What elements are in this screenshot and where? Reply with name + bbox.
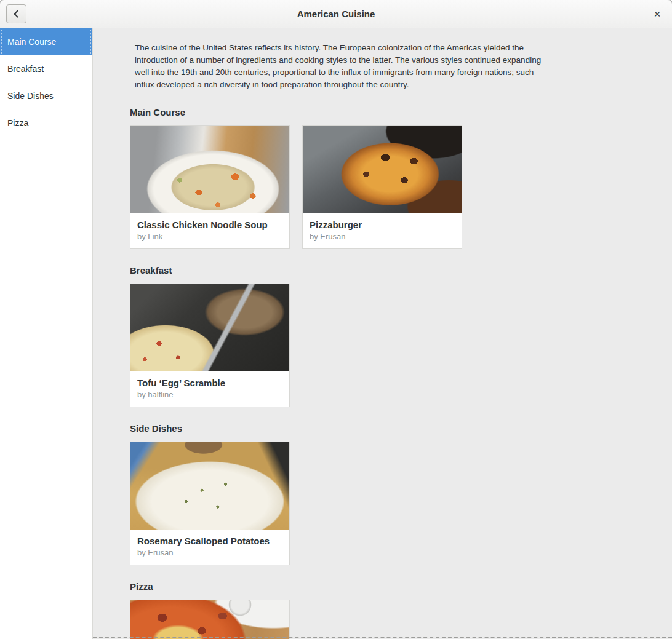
chevron-left-icon <box>14 10 22 18</box>
cuisine-description: The cuisine of the United States reflect… <box>135 42 548 91</box>
recipe-card-pizzaburger[interactable]: Pizzaburger by Erusan <box>302 125 462 249</box>
section-heading-main-course: Main Course <box>130 107 660 118</box>
recipe-card-rosemary-scalloped-potatoes[interactable]: Rosemary Scalloped Potatoes by Erusan <box>130 442 290 565</box>
recipe-title: Tofu ‘Egg’ Scramble <box>137 377 282 389</box>
recipe-author: by Link <box>137 232 282 242</box>
recipes-scroll-area[interactable]: The cuisine of the United States reflect… <box>93 28 672 639</box>
card-text: Pizzaburger by Erusan <box>303 213 462 248</box>
recipe-photo-pizza <box>130 600 289 639</box>
recipe-photo-pizzaburger <box>303 126 462 213</box>
recipe-card-classic-chicken-noodle-soup[interactable]: Classic Chicken Noodle Soup by Link <box>130 125 290 249</box>
back-button[interactable] <box>6 4 26 23</box>
app-window: American Cuisine × Main Course Breakfast… <box>0 0 672 639</box>
section-heading-breakfast: Breakfast <box>130 265 660 276</box>
sidebar-item-breakfast[interactable]: Breakfast <box>0 55 92 82</box>
recipe-title: Classic Chicken Noodle Soup <box>137 219 282 231</box>
section-heading-side-dishes: Side Dishes <box>130 423 660 434</box>
recipe-card-tofu-egg-scramble[interactable]: Tofu ‘Egg’ Scramble by halfline <box>130 284 290 407</box>
category-sidebar: Main Course Breakfast Side Dishes Pizza <box>0 28 93 639</box>
section-heading-pizza: Pizza <box>130 581 660 592</box>
recipe-author: by Erusan <box>310 232 455 242</box>
recipe-photo-rosemary-scalloped-potatoes <box>130 442 289 530</box>
sidebar-item-main-course[interactable]: Main Course <box>0 28 92 55</box>
header-bar: American Cuisine × <box>0 0 672 28</box>
recipe-title: Rosemary Scalloped Potatoes <box>137 535 282 547</box>
cards-row-breakfast: Tofu ‘Egg’ Scramble by halfline <box>130 284 660 407</box>
close-button[interactable]: × <box>649 6 666 23</box>
cards-row-side-dishes: Rosemary Scalloped Potatoes by Erusan <box>130 442 660 565</box>
card-text: Rosemary Scalloped Potatoes by Erusan <box>130 530 289 565</box>
card-text: Classic Chicken Noodle Soup by Link <box>130 213 289 248</box>
recipe-author: by halfline <box>137 390 282 400</box>
recipe-title: Pizzaburger <box>310 219 455 231</box>
recipe-photo-tofu-egg-scramble <box>130 284 289 371</box>
recipe-author: by Erusan <box>137 548 282 558</box>
sidebar-item-side-dishes[interactable]: Side Dishes <box>0 82 92 109</box>
card-text: Tofu ‘Egg’ Scramble by halfline <box>130 371 289 407</box>
window-title: American Cuisine <box>0 0 672 28</box>
recipe-card-pizza[interactable] <box>130 600 290 639</box>
recipe-photo-chicken-noodle-soup <box>130 126 289 213</box>
app-body: Main Course Breakfast Side Dishes Pizza … <box>0 28 672 639</box>
cards-row-pizza <box>130 600 660 639</box>
sidebar-item-pizza[interactable]: Pizza <box>0 109 92 137</box>
cards-row-main-course: Classic Chicken Noodle Soup by Link Pizz… <box>130 125 660 249</box>
